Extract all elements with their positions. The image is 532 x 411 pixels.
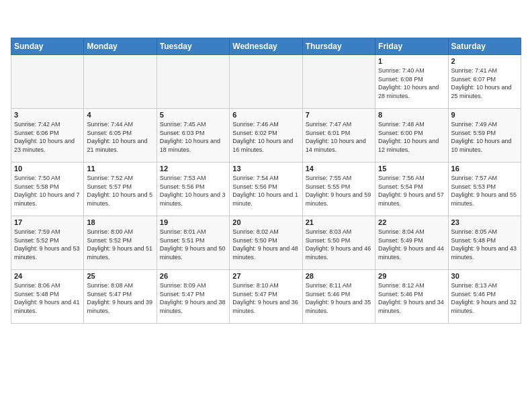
weekday-header: Friday xyxy=(375,38,448,55)
logo-icon xyxy=(11,11,32,30)
day-number: 15 xyxy=(378,165,445,173)
day-info: Sunrise: 8:12 AM Sunset: 5:46 PM Dayligh… xyxy=(378,281,445,315)
logo xyxy=(11,11,32,30)
day-number: 7 xyxy=(306,111,372,119)
day-number: 29 xyxy=(378,272,445,280)
calendar-cell xyxy=(230,55,302,109)
calendar-cell: 10Sunrise: 7:50 AM Sunset: 5:58 PM Dayli… xyxy=(11,163,84,216)
page-header xyxy=(11,11,521,30)
calendar-cell: 23Sunrise: 8:05 AM Sunset: 5:48 PM Dayli… xyxy=(448,216,521,270)
day-number: 28 xyxy=(306,272,372,280)
day-info: Sunrise: 7:50 AM Sunset: 5:58 PM Dayligh… xyxy=(14,174,81,208)
calendar-week-row: 17Sunrise: 7:59 AM Sunset: 5:52 PM Dayli… xyxy=(11,216,521,270)
weekday-header: Tuesday xyxy=(157,38,229,55)
day-info: Sunrise: 7:59 AM Sunset: 5:52 PM Dayligh… xyxy=(14,228,81,261)
day-number: 2 xyxy=(451,57,518,65)
day-info: Sunrise: 8:05 AM Sunset: 5:48 PM Dayligh… xyxy=(451,228,518,261)
day-number: 17 xyxy=(14,218,81,226)
day-number: 3 xyxy=(14,111,81,119)
day-number: 30 xyxy=(451,272,518,280)
calendar-cell xyxy=(302,55,375,109)
calendar-cell: 9Sunrise: 7:49 AM Sunset: 5:59 PM Daylig… xyxy=(448,109,521,163)
calendar-cell: 12Sunrise: 7:53 AM Sunset: 5:56 PM Dayli… xyxy=(157,163,229,216)
day-info: Sunrise: 7:52 AM Sunset: 5:57 PM Dayligh… xyxy=(87,174,153,208)
calendar-week-row: 1Sunrise: 7:40 AM Sunset: 6:08 PM Daylig… xyxy=(11,55,521,109)
day-info: Sunrise: 7:57 AM Sunset: 5:53 PM Dayligh… xyxy=(451,174,518,208)
day-number: 10 xyxy=(14,165,81,173)
day-number: 16 xyxy=(451,165,518,173)
day-number: 6 xyxy=(232,111,299,119)
day-info: Sunrise: 8:09 AM Sunset: 5:47 PM Dayligh… xyxy=(160,281,226,315)
day-number: 14 xyxy=(306,165,372,173)
day-info: Sunrise: 7:40 AM Sunset: 6:08 PM Dayligh… xyxy=(378,66,445,100)
weekday-header: Monday xyxy=(84,38,157,55)
calendar-week-row: 10Sunrise: 7:50 AM Sunset: 5:58 PM Dayli… xyxy=(11,163,521,216)
calendar-cell: 3Sunrise: 7:42 AM Sunset: 6:06 PM Daylig… xyxy=(11,109,84,163)
day-number: 8 xyxy=(378,111,445,119)
day-number: 11 xyxy=(87,165,153,173)
calendar-cell xyxy=(11,55,84,109)
day-info: Sunrise: 8:00 AM Sunset: 5:52 PM Dayligh… xyxy=(87,228,153,261)
day-info: Sunrise: 7:48 AM Sunset: 6:00 PM Dayligh… xyxy=(378,120,445,154)
day-info: Sunrise: 8:10 AM Sunset: 5:47 PM Dayligh… xyxy=(232,281,299,315)
day-number: 24 xyxy=(14,272,81,280)
calendar-cell: 24Sunrise: 8:06 AM Sunset: 5:48 PM Dayli… xyxy=(11,270,84,324)
day-info: Sunrise: 7:55 AM Sunset: 5:55 PM Dayligh… xyxy=(306,174,372,208)
calendar-header-row: SundayMondayTuesdayWednesdayThursdayFrid… xyxy=(11,38,521,55)
day-number: 26 xyxy=(160,272,226,280)
day-info: Sunrise: 7:54 AM Sunset: 5:56 PM Dayligh… xyxy=(232,174,299,208)
weekday-header: Wednesday xyxy=(230,38,302,55)
calendar-cell: 20Sunrise: 8:02 AM Sunset: 5:50 PM Dayli… xyxy=(230,216,302,270)
day-info: Sunrise: 7:56 AM Sunset: 5:54 PM Dayligh… xyxy=(378,174,445,208)
day-info: Sunrise: 8:08 AM Sunset: 5:47 PM Dayligh… xyxy=(87,281,153,315)
day-info: Sunrise: 8:01 AM Sunset: 5:51 PM Dayligh… xyxy=(160,228,226,261)
calendar-cell: 14Sunrise: 7:55 AM Sunset: 5:55 PM Dayli… xyxy=(302,163,375,216)
calendar-cell: 22Sunrise: 8:04 AM Sunset: 5:49 PM Dayli… xyxy=(375,216,448,270)
day-number: 13 xyxy=(232,165,299,173)
calendar-cell: 4Sunrise: 7:44 AM Sunset: 6:05 PM Daylig… xyxy=(84,109,157,163)
calendar-cell: 25Sunrise: 8:08 AM Sunset: 5:47 PM Dayli… xyxy=(84,270,157,324)
calendar-cell: 18Sunrise: 8:00 AM Sunset: 5:52 PM Dayli… xyxy=(84,216,157,270)
calendar-cell: 1Sunrise: 7:40 AM Sunset: 6:08 PM Daylig… xyxy=(375,55,448,109)
day-number: 25 xyxy=(87,272,153,280)
day-info: Sunrise: 8:04 AM Sunset: 5:49 PM Dayligh… xyxy=(378,228,445,261)
calendar-table: SundayMondayTuesdayWednesdayThursdayFrid… xyxy=(11,38,521,324)
calendar-cell: 21Sunrise: 8:03 AM Sunset: 5:50 PM Dayli… xyxy=(302,216,375,270)
day-number: 20 xyxy=(232,218,299,226)
day-info: Sunrise: 8:03 AM Sunset: 5:50 PM Dayligh… xyxy=(306,228,372,261)
calendar-cell: 7Sunrise: 7:47 AM Sunset: 6:01 PM Daylig… xyxy=(302,109,375,163)
day-info: Sunrise: 7:41 AM Sunset: 6:07 PM Dayligh… xyxy=(451,66,518,100)
day-info: Sunrise: 8:06 AM Sunset: 5:48 PM Dayligh… xyxy=(14,281,81,315)
day-number: 19 xyxy=(160,218,226,226)
calendar-cell: 15Sunrise: 7:56 AM Sunset: 5:54 PM Dayli… xyxy=(375,163,448,216)
calendar-cell xyxy=(84,55,157,109)
calendar-cell: 28Sunrise: 8:11 AM Sunset: 5:46 PM Dayli… xyxy=(302,270,375,324)
calendar-cell: 2Sunrise: 7:41 AM Sunset: 6:07 PM Daylig… xyxy=(448,55,521,109)
day-info: Sunrise: 7:44 AM Sunset: 6:05 PM Dayligh… xyxy=(87,120,153,154)
day-number: 21 xyxy=(306,218,372,226)
calendar-cell xyxy=(157,55,229,109)
day-number: 1 xyxy=(378,57,445,65)
calendar-cell: 26Sunrise: 8:09 AM Sunset: 5:47 PM Dayli… xyxy=(157,270,229,324)
calendar-cell: 8Sunrise: 7:48 AM Sunset: 6:00 PM Daylig… xyxy=(375,109,448,163)
day-number: 22 xyxy=(378,218,445,226)
day-number: 12 xyxy=(160,165,226,173)
calendar-cell: 11Sunrise: 7:52 AM Sunset: 5:57 PM Dayli… xyxy=(84,163,157,216)
calendar-cell: 30Sunrise: 8:13 AM Sunset: 5:46 PM Dayli… xyxy=(448,270,521,324)
day-number: 4 xyxy=(87,111,153,119)
calendar-cell: 16Sunrise: 7:57 AM Sunset: 5:53 PM Dayli… xyxy=(448,163,521,216)
calendar-cell: 5Sunrise: 7:45 AM Sunset: 6:03 PM Daylig… xyxy=(157,109,229,163)
calendar-cell: 13Sunrise: 7:54 AM Sunset: 5:56 PM Dayli… xyxy=(230,163,302,216)
calendar-cell: 27Sunrise: 8:10 AM Sunset: 5:47 PM Dayli… xyxy=(230,270,302,324)
day-info: Sunrise: 8:11 AM Sunset: 5:46 PM Dayligh… xyxy=(306,281,372,315)
day-info: Sunrise: 7:49 AM Sunset: 5:59 PM Dayligh… xyxy=(451,120,518,154)
day-info: Sunrise: 7:45 AM Sunset: 6:03 PM Dayligh… xyxy=(160,120,226,154)
day-number: 5 xyxy=(160,111,226,119)
day-number: 27 xyxy=(232,272,299,280)
day-info: Sunrise: 7:47 AM Sunset: 6:01 PM Dayligh… xyxy=(306,120,372,154)
day-info: Sunrise: 7:46 AM Sunset: 6:02 PM Dayligh… xyxy=(232,120,299,154)
calendar-cell: 29Sunrise: 8:12 AM Sunset: 5:46 PM Dayli… xyxy=(375,270,448,324)
day-info: Sunrise: 8:02 AM Sunset: 5:50 PM Dayligh… xyxy=(232,228,299,261)
weekday-header: Saturday xyxy=(448,38,521,55)
calendar-cell: 19Sunrise: 8:01 AM Sunset: 5:51 PM Dayli… xyxy=(157,216,229,270)
